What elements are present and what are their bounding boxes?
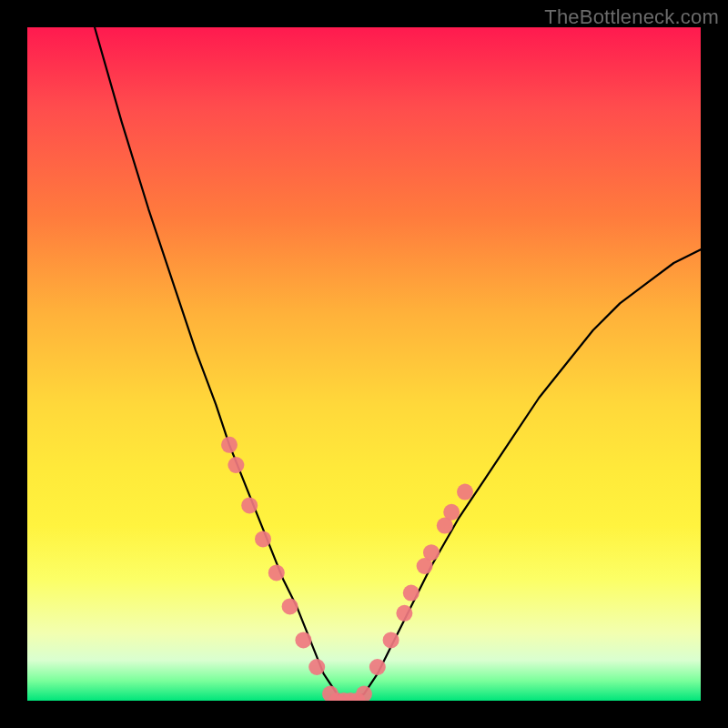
marker-dot (457, 484, 473, 500)
marker-dots (221, 437, 473, 701)
marker-dot (356, 686, 372, 701)
marker-dot (268, 564, 285, 581)
marker-dot (255, 531, 271, 547)
bottleneck-curve (95, 27, 701, 701)
chart-svg (27, 27, 701, 701)
marker-dot (308, 659, 325, 675)
marker-dot (241, 497, 258, 513)
marker-dot (228, 457, 244, 473)
marker-dot (369, 659, 386, 675)
marker-dot (396, 605, 412, 622)
outer-frame: TheBottleneck.com (0, 0, 728, 728)
marker-dot (221, 437, 238, 453)
marker-dot (282, 598, 298, 614)
marker-dot (295, 632, 311, 648)
plot-area (27, 27, 701, 701)
marker-dot (403, 585, 420, 602)
marker-dot (383, 632, 399, 648)
marker-dot (443, 504, 460, 521)
marker-dot (423, 544, 440, 561)
watermark-text: TheBottleneck.com (544, 5, 719, 29)
